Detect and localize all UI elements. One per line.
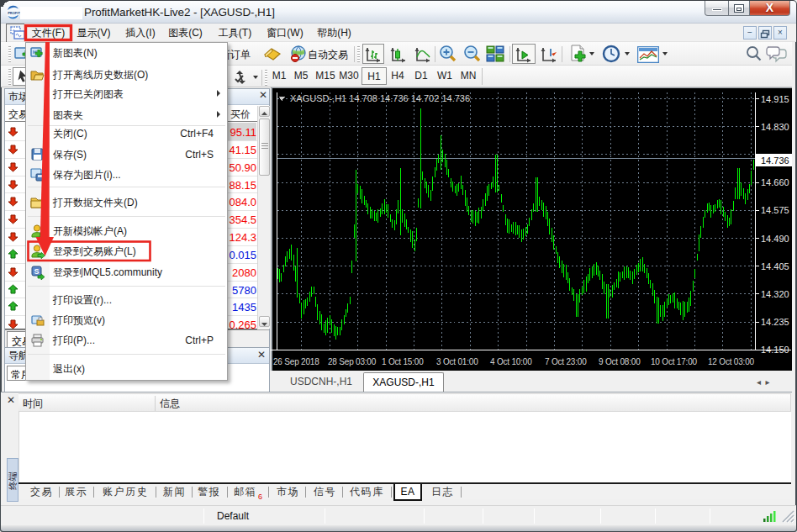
svg-text:14.235: 14.235 xyxy=(761,317,789,327)
svg-text:1 Oct 15:00: 1 Oct 15:00 xyxy=(382,357,424,366)
svg-text:XAGUSD-,H1 14.708 14.736 14.7: XAGUSD-,H1 14.708 14.736 14.702 14.736 xyxy=(290,93,470,103)
svg-text:14.150: 14.150 xyxy=(761,345,789,355)
svg-text:14.915: 14.915 xyxy=(761,94,789,104)
svg-text:10 Oct 17:00: 10 Oct 17:00 xyxy=(651,357,697,366)
svg-text:3 Oct 01:00: 3 Oct 01:00 xyxy=(436,357,478,366)
svg-text:PROFIT: PROFIT xyxy=(8,11,20,15)
svg-text:S: S xyxy=(34,267,40,276)
svg-text:4 Oct 10:00: 4 Oct 10:00 xyxy=(490,357,532,366)
svg-text:14.660: 14.660 xyxy=(761,177,789,187)
svg-text:14.736: 14.736 xyxy=(761,155,789,166)
svg-text:14.405: 14.405 xyxy=(761,261,789,271)
svg-text:14.320: 14.320 xyxy=(761,289,789,299)
svg-text:28 Sep 03:00: 28 Sep 03:00 xyxy=(328,357,377,366)
svg-text:26 Sep 2018: 26 Sep 2018 xyxy=(273,357,319,366)
svg-text:14.490: 14.490 xyxy=(761,234,789,244)
svg-text:14.575: 14.575 xyxy=(761,205,789,215)
svg-text:12 Oct 03:00: 12 Oct 03:00 xyxy=(708,357,754,366)
svg-text:9 Oct 08:00: 9 Oct 08:00 xyxy=(599,357,641,366)
svg-text:14.830: 14.830 xyxy=(761,122,789,132)
svg-text:7 Oct 23:00: 7 Oct 23:00 xyxy=(545,357,587,366)
